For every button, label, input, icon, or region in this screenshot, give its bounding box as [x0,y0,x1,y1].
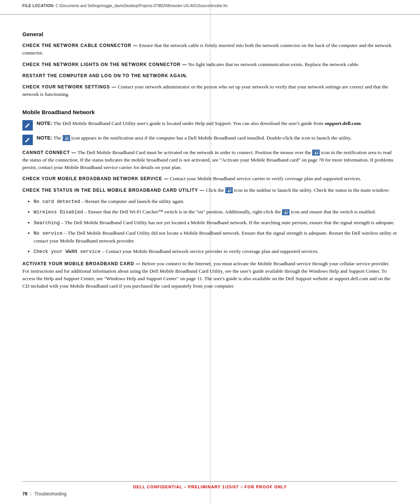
para-check-status-label: Check the status in the Dell Mobile Broa… [22,188,204,193]
bullet-check-wwan-text: – Contact your Mobile Broadband network … [102,248,319,254]
note-pencil-icon-1 [23,121,32,129]
note-body-1-end: . [361,120,362,126]
svg-rect-10 [314,154,317,155]
note-label-1: NOTE: [37,120,52,126]
svg-text:5▌▌: 5▌▌ [314,151,319,154]
bullet-check-wwan-code: Check your WWAN service [34,249,100,254]
note-link-1: support.dell.com [325,120,361,126]
bullet-no-card-text: – Restart the computer and launch the ut… [81,198,184,204]
para-restart-label: Restart the computer and log on to the n… [22,73,188,78]
para-check-lights-label: Check the network lights on the network … [22,62,187,67]
note-box-2: NOTE: The 5▌▌ icon appears in the notifi… [22,134,398,145]
para-check-mobile-label: Check your Mobile Broadband network serv… [22,176,169,181]
para-check-status: Check the status in the Dell Mobile Broa… [22,187,398,194]
para-check-settings-label: Check your network settings — [22,84,116,90]
footer-page-info: 78 | Troubleshooting [22,491,398,497]
bullet-searching-code: Searching [34,220,60,226]
bullet-wireless-disabled: Wireless Disabled – Ensure that the Dell… [34,208,398,216]
svg-text:5▌▌: 5▌▌ [284,211,288,214]
bullet-wireless-disabled-text1: – Ensure that the Dell Wi-Fi Catcher™ sw… [84,209,282,215]
note-label-2: NOTE: [37,135,52,141]
footer-confidential: DELL CONFIDENTIAL – PRELIMINARY 1/25/07 … [22,485,398,489]
note-text-1: NOTE: The Dell Mobile Broadband Card Uti… [37,120,398,127]
para-activate: Activate your Mobile Broadband card — Be… [22,260,398,290]
para-restart: Restart the computer and log on to the n… [22,72,398,79]
status-bullet-list: No card detected – Restart the computer … [34,198,398,256]
file-location-label: FILE LOCATION: [22,4,54,8]
para-activate-label: Activate your Mobile Broadband card — [22,261,141,266]
inline-icon-check-status: 5▌▌ [225,187,233,193]
para-check-lights-body: No light indicates that no network commu… [188,62,360,67]
top-rule [0,14,420,15]
main-content: General Check the network cable connecto… [22,21,398,482]
para-check-status-body2: icon in the taskbar to launch the utilit… [233,187,390,193]
para-check-cable: Check the network cable connector — Ensu… [22,42,398,57]
footer: DELL CONFIDENTIAL – PRELIMINARY 1/25/07 … [22,481,398,497]
para-check-status-body1: Click the [206,187,225,193]
inline-icon-wd: 5▌▌ [282,209,289,215]
para-check-mobile-body: Contact your Mobile Broadband service ca… [170,176,361,181]
bullet-wireless-disabled-code: Wireless Disabled [34,209,83,215]
footer-page-title: Troubleshooting [34,491,66,497]
note-box-1: NOTE: The Dell Mobile Broadband Card Uti… [22,120,398,131]
para-cannot-connect-label: Cannot connect — [22,150,76,155]
note-text-2: NOTE: The 5▌▌ icon appears in the notifi… [37,134,398,142]
bullet-no-service-code: No service [34,231,63,236]
para-cannot-connect: Cannot connect — The Dell Mobile Broadba… [22,149,398,172]
svg-rect-15 [228,192,231,192]
svg-rect-20 [284,214,287,215]
note-body-2b: icon appears in the notification area if… [71,135,352,141]
para-check-mobile: Check your Mobile Broadband network serv… [22,175,398,182]
bullet-no-service: No service – The Dell Mobile Broadband C… [34,229,398,245]
note-icon-1 [22,120,33,131]
para-cannot-connect-body1: The Dell Mobile Broadband Card must be a… [78,150,312,155]
broadband-icon-cs: 5▌▌ [225,187,233,193]
section-general-heading: General [22,31,398,37]
page: FILE LOCATION: C:\Documents and Settings… [0,0,420,504]
para-check-settings: Check your network settings — Contact yo… [22,83,398,98]
bullet-no-card-code: No card detected [34,199,80,204]
svg-text:5▌▌: 5▌▌ [227,189,232,192]
svg-rect-5 [65,140,68,140]
broadband-icon-cc: 5▌▌ [312,150,320,156]
bullet-searching: Searching – The Dell Mobile Broadband Ca… [34,219,398,227]
note-icon-2 [22,135,33,145]
note-body-2a: The [53,135,62,141]
bullet-wireless-disabled-text2: icon and ensure that the switch is enabl… [289,209,376,215]
file-location-bar: FILE LOCATION: C:\Documents and Settings… [22,4,398,8]
note-body-1: The Dell Mobile Broadband Card Utility u… [53,120,325,126]
inline-icon-note2: 5▌▌ [63,135,70,141]
inline-icon-cannot-connect: 5▌▌ [312,150,320,156]
bullet-searching-text: – The Dell Mobile Broadband Card Utility… [61,220,395,225]
footer-rule [22,481,398,482]
bullet-no-card: No card detected – Restart the computer … [34,198,398,206]
file-location-path: C:\Documents and Settings\reggie_davis\D… [56,4,228,8]
svg-text:5▌▌: 5▌▌ [65,137,69,140]
broadband-icon-wd: 5▌▌ [282,209,289,215]
note-pencil-icon-2 [23,136,32,144]
bullet-no-service-text: – The Dell Mobile Broadband Card Utility… [34,230,397,244]
footer-separator: | [30,491,31,497]
section-mobile-heading: Mobile Broadband Network [22,109,398,115]
broadband-icon-note2: 5▌▌ [63,135,70,141]
footer-page-number: 78 [22,491,27,497]
para-check-lights: Check the network lights on the network … [22,61,398,68]
bullet-check-wwan: Check your WWAN service – Contact your M… [34,248,398,256]
para-check-cable-label: Check the network cable connector — [22,43,138,48]
